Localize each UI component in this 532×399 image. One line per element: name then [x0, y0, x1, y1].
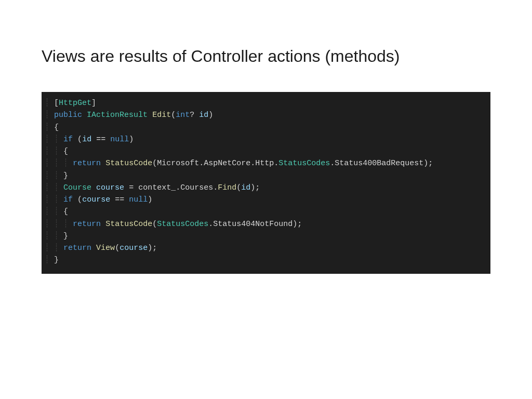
code-line: ┊ ┊ }	[45, 170, 483, 182]
keyword-token: int	[176, 111, 190, 119]
attribute-token: HttpGet	[59, 99, 91, 108]
code-line: ┊ ┊ ┊ return StatusCode(Microsoft.AspNet…	[45, 157, 483, 169]
code-line: ┊ public IActionResult Edit(int? id)	[45, 109, 483, 121]
code-snippet: ┊ [HttpGet]┊ public IActionResult Edit(i…	[42, 92, 490, 274]
keyword-token: null	[110, 135, 129, 144]
type-token: StatusCodes	[278, 159, 330, 168]
code-line: ┊ {	[45, 122, 483, 134]
code-line: ┊ ┊ Course course = context_.Courses.Fin…	[45, 182, 483, 194]
keyword-token: return	[73, 220, 101, 229]
method-token: Find	[218, 183, 236, 192]
keyword-token: if	[63, 195, 73, 204]
type-token: IActionResult	[87, 111, 148, 119]
namespace-token: AspNetCore	[204, 159, 250, 168]
code-line: ┊ ┊ ┊ return StatusCode(StatusCodes.Stat…	[45, 218, 483, 230]
method-token: StatusCode	[105, 220, 152, 229]
variable-token: course	[82, 195, 110, 204]
param-token: id	[199, 111, 208, 119]
keyword-token: public	[54, 111, 82, 119]
keyword-token: null	[129, 195, 148, 204]
namespace-token: Http	[255, 159, 274, 168]
keyword-token: return	[63, 244, 91, 252]
slide-title: Views are results of Controller actions …	[42, 47, 490, 66]
code-line: ┊ ┊ return View(course);	[45, 242, 483, 254]
method-token: StatusCode	[105, 159, 152, 168]
method-token: View	[96, 244, 115, 252]
namespace-token: Microsoft	[157, 159, 199, 168]
variable-token: course	[119, 244, 148, 252]
code-line: ┊ [HttpGet]	[45, 97, 483, 109]
param-token: id	[241, 183, 250, 192]
property-token: Status400BadRequest	[335, 159, 423, 168]
method-token: Edit	[152, 111, 171, 119]
code-line: ┊ }	[45, 254, 483, 266]
variable-token: course	[96, 183, 124, 192]
field-token: context_	[138, 183, 176, 192]
type-token: StatusCodes	[157, 220, 208, 229]
keyword-token: if	[63, 135, 73, 144]
param-token: id	[82, 135, 91, 144]
keyword-token: return	[73, 159, 101, 168]
code-line: ┊ ┊ if (course == null)	[45, 194, 483, 206]
code-line: ┊ ┊ {	[45, 206, 483, 218]
property-token: Courses	[180, 183, 213, 192]
type-token: Course	[63, 183, 91, 192]
code-line: ┊ ┊ }	[45, 230, 483, 242]
code-line: ┊ ┊ {	[45, 145, 483, 157]
code-line: ┊ ┊ if (id == null)	[45, 134, 483, 145]
property-token: Status404NotFound	[213, 220, 292, 229]
